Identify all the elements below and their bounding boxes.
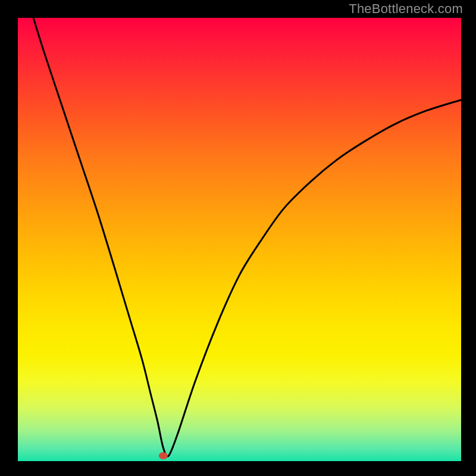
- plot-area: [18, 18, 461, 461]
- min-marker: [159, 452, 168, 459]
- watermark-text: TheBottleneck.com: [349, 1, 463, 17]
- chart-svg: [18, 18, 461, 461]
- bottleneck-curve: [33, 18, 461, 456]
- chart-frame: TheBottleneck.com: [0, 0, 476, 476]
